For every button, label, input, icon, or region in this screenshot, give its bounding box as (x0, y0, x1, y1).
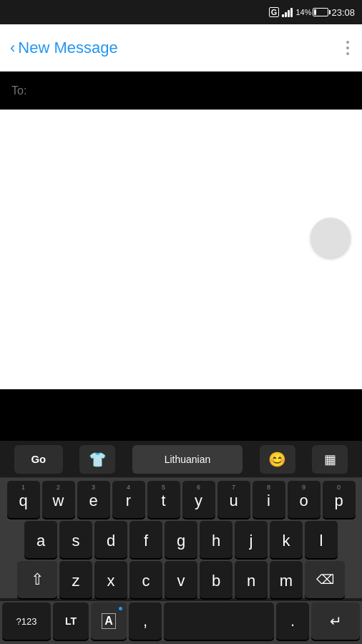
theme-button[interactable]: 👕 (79, 445, 115, 474)
key-m[interactable]: m (270, 561, 303, 598)
key-o[interactable]: 9 o (288, 481, 321, 518)
theme-icon: 👕 (89, 451, 107, 468)
key-row-2: a s d f g h j k l (2, 521, 360, 558)
status-bar: G 14% 23:08 (0, 0, 362, 24)
emoji-button[interactable]: 😊 (260, 445, 295, 474)
key-row-1: 1 q 2 w 3 e 4 r 5 t 6 y (2, 481, 360, 518)
key-n[interactable]: n (235, 561, 268, 598)
shift-icon: ⇧ (31, 570, 44, 589)
key-r[interactable]: 4 r (112, 481, 145, 518)
language-button[interactable]: Lithuanian (132, 445, 243, 474)
page-title: New Message (18, 39, 117, 57)
key-h[interactable]: h (200, 521, 233, 558)
key-p[interactable]: 0 p (323, 481, 356, 518)
backspace-icon: ⌫ (316, 572, 334, 587)
lang-dot-indicator (119, 607, 122, 610)
battery-container: 14% (295, 8, 328, 16)
network-type-icon: G (269, 7, 280, 17)
key-w[interactable]: 2 w (42, 481, 75, 518)
symbols-label: ?123 (16, 616, 37, 627)
key-q[interactable]: 1 q (7, 481, 40, 518)
enter-icon: ↵ (330, 613, 342, 630)
status-icons: G 14% 23:08 (269, 7, 355, 18)
menu-dot (346, 52, 349, 55)
enter-key[interactable]: ↵ (311, 602, 360, 640)
menu-dot (346, 47, 349, 49)
key-y[interactable]: 6 y (182, 481, 215, 518)
key-t[interactable]: 5 t (147, 481, 180, 518)
key-g[interactable]: g (165, 521, 197, 558)
emoji-icon: 😊 (268, 451, 286, 468)
key-i[interactable]: 8 i (253, 481, 285, 518)
backspace-key[interactable]: ⌫ (305, 561, 345, 598)
battery-fill (314, 9, 316, 15)
keyboard-top-bar: Go 👕 Lithuanian 😊 ▦ (0, 441, 362, 478)
period-label: . (290, 612, 295, 630)
comma-key[interactable]: , (129, 602, 162, 640)
menu-button[interactable] (343, 38, 352, 58)
battery-icon (313, 8, 328, 16)
key-u[interactable]: 7 u (217, 481, 250, 518)
key-c[interactable]: c (129, 561, 162, 598)
to-input[interactable] (26, 84, 351, 97)
comma-label: , (143, 612, 147, 630)
keyboard: Go 👕 Lithuanian 😊 ▦ 1 q 2 w 3 (0, 441, 362, 644)
key-b[interactable]: b (200, 561, 233, 598)
status-time: 23:08 (331, 7, 355, 18)
lang-key-icon: A (102, 613, 116, 629)
key-row-3: ⇧ z x c v b n m ⌫ (2, 561, 360, 598)
language-switch-key[interactable]: A (91, 602, 127, 640)
go-button[interactable]: Go (14, 445, 63, 474)
grid-button[interactable]: ▦ (312, 445, 348, 474)
message-content-area[interactable] (0, 110, 362, 389)
period-key[interactable]: . (276, 602, 309, 640)
symbols-key[interactable]: ?123 (2, 602, 51, 640)
battery-text: 14% (295, 8, 311, 16)
menu-dot (346, 41, 349, 44)
key-j[interactable]: j (235, 521, 268, 558)
key-l[interactable]: l (305, 521, 338, 558)
key-s[interactable]: s (59, 521, 92, 558)
key-d[interactable]: d (94, 521, 127, 558)
keyboard-bottom-row: ?123 LT A , . ↵ (0, 601, 362, 644)
key-z[interactable]: z (59, 561, 92, 598)
key-x[interactable]: x (94, 561, 127, 598)
nav-bar: ‹ New Message (0, 24, 362, 72)
key-e[interactable]: 3 e (77, 481, 110, 518)
key-v[interactable]: v (165, 561, 197, 598)
key-k[interactable]: k (270, 521, 303, 558)
lt-key[interactable]: LT (53, 602, 89, 640)
go-label: Go (31, 453, 46, 465)
lt-label: LT (65, 615, 77, 627)
key-f[interactable]: f (129, 521, 162, 558)
to-field: To: (0, 72, 362, 110)
language-label: Lithuanian (165, 454, 211, 465)
space-key[interactable] (164, 602, 274, 640)
nav-left: ‹ New Message (10, 39, 118, 57)
key-a[interactable]: a (24, 521, 57, 558)
keyboard-keys: 1 q 2 w 3 e 4 r 5 t 6 y (0, 478, 362, 598)
to-label: To: (11, 84, 26, 97)
circle-action-button[interactable] (310, 218, 351, 258)
grid-icon: ▦ (324, 452, 336, 467)
shift-key[interactable]: ⇧ (17, 561, 57, 598)
back-button[interactable]: ‹ (10, 40, 15, 56)
signal-bars-icon (282, 7, 293, 17)
